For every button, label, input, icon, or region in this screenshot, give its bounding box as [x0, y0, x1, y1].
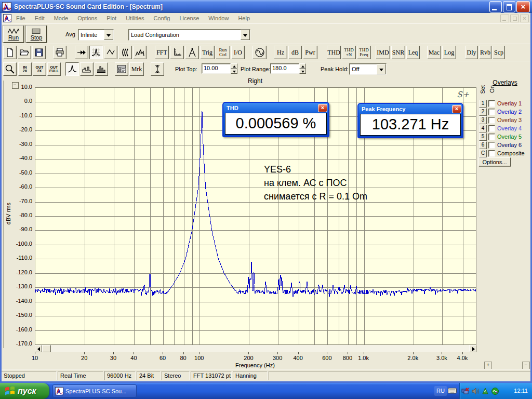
taskbar-item-spectraplus[interactable]: SpectraPLUS-SC Sou...: [52, 384, 137, 397]
spectrum-view-button[interactable]: [89, 46, 103, 59]
peak-frequency-close-icon[interactable]: [452, 105, 461, 113]
title-bar[interactable]: SpectraPLUS-SC Sound Card Edition - [Spe…: [0, 0, 532, 13]
menu-item-edit[interactable]: Edit: [30, 14, 49, 22]
monitor-utility-icon[interactable]: [491, 387, 499, 395]
time-series-view-button[interactable]: [104, 46, 117, 59]
overlay-set-button-C[interactable]: C: [479, 150, 487, 157]
chevron-down-icon[interactable]: [104, 30, 113, 40]
io-button[interactable]: I/O: [231, 46, 245, 59]
overlay-set-button-4[interactable]: 4: [479, 125, 487, 132]
scroll-right-icon[interactable]: [469, 345, 476, 352]
power-units-button[interactable]: Pwr: [303, 46, 317, 59]
run-control-button[interactable]: Run Ctrl: [216, 46, 230, 59]
scroll-left-icon[interactable]: [35, 345, 42, 352]
overlay-set-button-2[interactable]: 2: [479, 108, 487, 116]
plot-h-scrollbar[interactable]: [35, 345, 476, 352]
scope-button[interactable]: Scp: [493, 46, 505, 59]
menu-item-options[interactable]: Options: [73, 14, 102, 22]
step-graph-button[interactable]: [80, 62, 94, 76]
overlay-on-checkbox-4[interactable]: [488, 125, 495, 132]
post-process-button[interactable]: [75, 46, 88, 59]
reverb-button[interactable]: Rvb: [479, 46, 491, 59]
overlay-set-button-3[interactable]: 3: [479, 116, 487, 124]
load-configuration-select[interactable]: Load Configuration: [128, 29, 250, 41]
spectrogram-view-button[interactable]: [118, 46, 132, 59]
overlay-on-checkbox-6[interactable]: [488, 142, 495, 149]
menu-item-plot[interactable]: Plot: [102, 14, 121, 22]
chevron-down-icon[interactable]: [377, 64, 386, 74]
macro-button[interactable]: Mac: [427, 46, 441, 59]
delay-button[interactable]: Dly: [465, 46, 478, 59]
plot-top-input[interactable]: 10.00: [202, 63, 231, 74]
spinner-up-icon[interactable]: [231, 63, 237, 69]
overlay-on-checkbox-1[interactable]: [488, 100, 495, 107]
thd-window-titlebar[interactable]: THD: [223, 103, 328, 112]
spinner-down-icon[interactable]: [231, 69, 237, 74]
keyboard-icon[interactable]: [448, 388, 457, 394]
overlays-header[interactable]: Overlays: [478, 79, 532, 86]
close-button[interactable]: [516, 1, 530, 12]
scaling-button[interactable]: [170, 46, 184, 59]
thd-n-button[interactable]: THD +N: [342, 46, 356, 59]
menu-item-help[interactable]: Help: [233, 14, 255, 22]
vertical-scale-button[interactable]: [151, 62, 164, 76]
restore-button[interactable]: [503, 1, 515, 12]
minimize-button[interactable]: [489, 1, 502, 12]
taskbar-clock[interactable]: 12:11: [514, 383, 528, 399]
zoom-out-full-button[interactable]: OUT FULL: [47, 62, 61, 76]
antivirus-icon[interactable]: [481, 387, 489, 395]
language-indicator[interactable]: RU: [434, 386, 447, 396]
thd-freq-button[interactable]: THD Freq: [357, 46, 371, 59]
imd-button[interactable]: IMD: [376, 46, 390, 59]
menu-item-utilities[interactable]: Utilities: [121, 14, 149, 22]
frequency-units-button[interactable]: Hz: [274, 46, 287, 59]
thd-button[interactable]: THD: [327, 46, 341, 59]
expand-button[interactable]: [484, 362, 492, 369]
zoom-button[interactable]: [3, 62, 17, 76]
print-button[interactable]: [53, 46, 66, 59]
line-graph-button[interactable]: [65, 62, 79, 76]
marker-button[interactable]: Mrk: [129, 62, 144, 76]
save-button[interactable]: [32, 46, 46, 59]
mdi-close-button[interactable]: [520, 15, 529, 22]
leq-button[interactable]: Leq: [406, 46, 420, 59]
start-button[interactable]: пуск: [0, 383, 49, 399]
thd-window-close-icon[interactable]: [318, 104, 327, 112]
measurement-button[interactable]: [185, 46, 199, 59]
mdi-restore-button[interactable]: [510, 15, 519, 22]
peak-frequency-titlebar[interactable]: Peak Frequency: [358, 104, 462, 113]
overlay-on-checkbox-2[interactable]: [488, 109, 495, 115]
overlay-set-button-1[interactable]: 1: [479, 100, 487, 108]
mdi-minimize-button[interactable]: [500, 15, 509, 22]
snr-button[interactable]: SNR: [391, 46, 405, 59]
plot-options-button[interactable]: [115, 62, 128, 76]
menu-item-window[interactable]: Window: [204, 14, 233, 22]
db-units-button[interactable]: dB: [288, 46, 302, 59]
bar-graph-button[interactable]: [95, 62, 108, 76]
plot-range-input[interactable]: 180.0: [270, 63, 299, 74]
menu-item-mode[interactable]: Mode: [49, 14, 73, 22]
new-document-button[interactable]: [3, 46, 17, 59]
network-offline-icon[interactable]: [461, 387, 470, 395]
avg-select[interactable]: Infinite: [78, 29, 114, 41]
menu-item-file[interactable]: File: [11, 14, 30, 22]
spinner-down-icon[interactable]: [299, 69, 306, 74]
trigger-button[interactable]: Trig: [200, 46, 215, 59]
scrollbar-thumb[interactable]: [42, 345, 51, 352]
overlay-on-checkbox-5[interactable]: [488, 134, 495, 140]
run-button[interactable]: Run: [3, 25, 24, 43]
menu-item-config[interactable]: Config: [149, 14, 175, 22]
spinner-up-icon[interactable]: [299, 63, 306, 69]
volume-icon[interactable]: [471, 387, 480, 395]
zoom-in-2x-button[interactable]: IN 2X: [18, 62, 32, 76]
overlay-on-checkbox-3[interactable]: [488, 117, 495, 124]
stop-button[interactable]: Stop: [26, 25, 47, 43]
overlay-set-button-5[interactable]: 5: [479, 133, 487, 141]
peak-hold-select[interactable]: Off: [349, 63, 387, 75]
overlays-options-button[interactable]: Options...: [478, 157, 511, 166]
chevron-down-icon[interactable]: [241, 30, 250, 40]
menu-item-license[interactable]: License: [175, 14, 204, 22]
log-button[interactable]: Log: [442, 46, 456, 59]
zoom-out-2x-button[interactable]: OUT 2X: [33, 62, 46, 76]
overlay-on-checkbox-C[interactable]: [488, 150, 495, 157]
